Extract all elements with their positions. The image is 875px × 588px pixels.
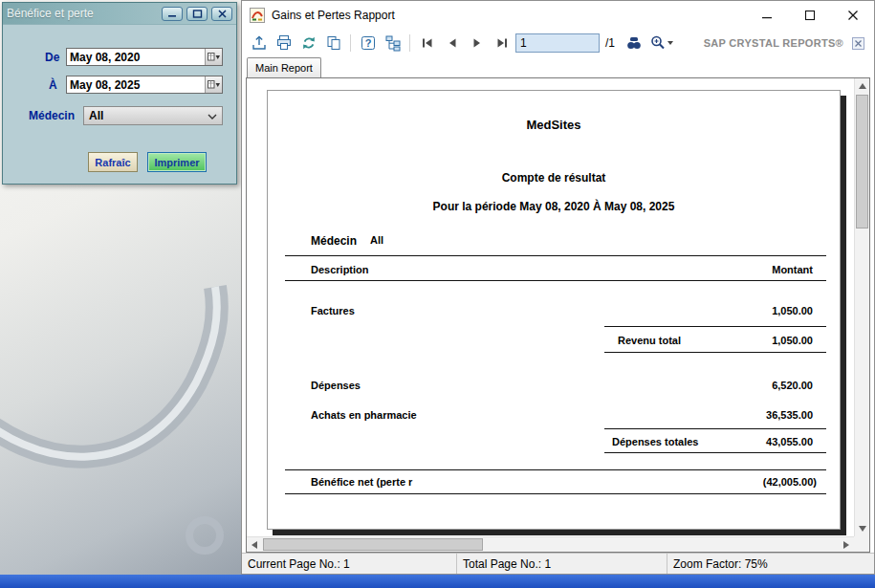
export-icon [251, 34, 268, 52]
subtotal-rule [604, 352, 826, 353]
horizontal-scrollbar[interactable] [247, 536, 854, 552]
medecin-label: Médecin [29, 109, 75, 122]
window-minimize-button[interactable] [745, 1, 788, 30]
rule [285, 493, 826, 494]
triangle-down-icon [859, 526, 866, 535]
row-label: Factures [311, 305, 355, 316]
scroll-up-button[interactable] [855, 78, 870, 94]
row-value: 6,520.00 [772, 380, 813, 391]
next-page-icon [470, 35, 485, 51]
tab-main-report[interactable]: Main Report [247, 57, 321, 77]
page-total-label: /1 [605, 36, 615, 50]
zoom-button[interactable] [647, 33, 676, 54]
row-label: Bénéfice net (perte r [311, 476, 412, 488]
find-button[interactable] [623, 33, 645, 54]
first-page-button[interactable] [416, 33, 438, 54]
row-label: Dépenses [311, 380, 361, 391]
report-page: MedSites Compte de résultat Pour la péri… [267, 90, 841, 530]
close-icon [852, 37, 864, 50]
sap-crystal-reports-brand: SAP CRYSTAL REPORTS® [704, 37, 843, 49]
subtotal-rule [604, 428, 826, 429]
print-button[interactable] [273, 33, 295, 54]
column-description: Description [311, 264, 369, 275]
export-button[interactable] [248, 33, 270, 54]
row-value: 36,535.00 [766, 409, 813, 421]
dialog-maximize-button[interactable] [186, 7, 208, 21]
date-to-field[interactable] [66, 76, 223, 94]
help-button[interactable]: ? [357, 33, 379, 54]
medecin-dropdown[interactable]: All [83, 106, 223, 125]
refresh-button[interactable]: Rafraîc [88, 152, 138, 172]
row-value: 1,050.00 [772, 305, 813, 316]
calendar-dropdown-icon [208, 79, 220, 90]
previous-page-button[interactable] [441, 33, 463, 54]
maximize-icon [804, 10, 816, 21]
de-label: De [45, 51, 59, 64]
toggle-group-tree-button[interactable] [382, 33, 404, 54]
group-tree-icon [384, 34, 402, 52]
medecin-dropdown-value: All [89, 109, 103, 122]
triangle-up-icon [859, 79, 866, 89]
refresh-button[interactable] [297, 33, 319, 54]
magnifier-icon [649, 34, 674, 52]
tab-bar: Main Report [242, 56, 874, 77]
scroll-left-button[interactable] [247, 537, 262, 553]
report-window: Gains et Pertes Rapport [241, 0, 875, 575]
date-from-picker-button[interactable] [205, 49, 222, 65]
copy-button[interactable] [322, 33, 344, 54]
close-icon [847, 10, 859, 21]
benefice-et-perte-dialog: Bénéfice et perte De À [2, 2, 237, 185]
viewer-toolbar: ? [242, 30, 874, 56]
binoculars-icon [625, 34, 643, 52]
window-title: Gains et Pertes Rapport [272, 9, 395, 22]
date-to-input[interactable] [67, 76, 205, 93]
previous-page-icon [445, 35, 460, 51]
row-label: Revenu total [618, 335, 681, 346]
column-montant: Montant [772, 264, 813, 275]
report-period: Pour la période May 08, 2020 À May 08, 2… [268, 200, 840, 213]
svg-text:?: ? [364, 37, 371, 49]
dialog-titlebar[interactable]: Bénéfice et perte [3, 3, 236, 25]
next-page-button[interactable] [466, 33, 488, 54]
triangle-left-icon [248, 541, 257, 549]
status-total-page: Total Page No.: 1 [457, 554, 667, 574]
date-to-picker-button[interactable] [205, 76, 222, 93]
dialog-close-button[interactable] [211, 7, 232, 21]
rule [285, 469, 826, 470]
status-current-page: Current Page No.: 1 [242, 554, 457, 574]
scroll-right-button[interactable] [839, 537, 854, 553]
row-value: 43,055.00 [766, 436, 813, 447]
report-medecin-value: All [370, 234, 383, 246]
calendar-dropdown-icon [208, 52, 220, 62]
report-company: MedSites [268, 118, 840, 132]
dialog-title: Bénéfice et perte [7, 7, 94, 20]
copy-icon [325, 34, 342, 52]
taskbar-strip [0, 575, 875, 588]
rule [285, 255, 826, 256]
minimize-icon [167, 10, 178, 18]
subtotal-rule [604, 326, 826, 327]
date-from-field[interactable] [66, 48, 223, 66]
row-value: (42,005.00) [763, 476, 817, 488]
dialog-minimize-button[interactable] [162, 7, 183, 21]
window-titlebar[interactable]: Gains et Pertes Rapport [242, 1, 874, 30]
vertical-scroll-thumb[interactable] [856, 95, 868, 229]
report-viewer: MedSites Compte de résultat Pour la péri… [246, 77, 870, 553]
window-maximize-button[interactable] [788, 1, 831, 30]
window-close-button[interactable] [831, 1, 874, 30]
print-report-button[interactable]: Imprimer [147, 152, 207, 172]
print-icon [275, 34, 293, 52]
app-icon [250, 8, 265, 23]
horizontal-scroll-thumb[interactable] [263, 538, 483, 551]
brand-close-button[interactable] [852, 37, 864, 50]
maximize-icon [192, 10, 203, 18]
close-icon [217, 10, 228, 18]
last-page-button[interactable] [491, 33, 513, 54]
minimize-icon [761, 10, 773, 21]
first-page-icon [420, 35, 435, 51]
scroll-down-button[interactable] [855, 521, 870, 536]
date-from-input[interactable] [67, 49, 205, 65]
page-number-input[interactable] [515, 33, 600, 53]
status-bar: Current Page No.: 1 Total Page No.: 1 Zo… [242, 553, 874, 574]
vertical-scrollbar[interactable] [854, 78, 869, 536]
